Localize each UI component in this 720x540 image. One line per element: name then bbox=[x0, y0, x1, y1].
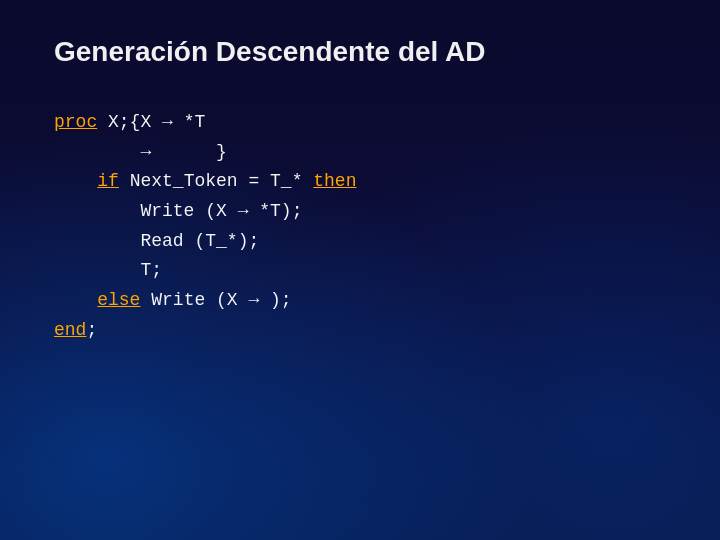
code-text: T; bbox=[54, 260, 162, 280]
keyword-if: if bbox=[97, 171, 119, 191]
code-line-1: proc X;{X → *T bbox=[54, 108, 666, 138]
code-block: proc X;{X → *T → } if Next_Token = T_* t… bbox=[54, 108, 666, 346]
keyword-end: end bbox=[54, 320, 86, 340]
main-content: Generación Descendente del AD proc X;{X … bbox=[0, 0, 720, 382]
code-line-7: else Write (X → ); bbox=[54, 286, 666, 316]
code-line-4: Write (X → *T); bbox=[54, 197, 666, 227]
code-line-6: T; bbox=[54, 256, 666, 286]
code-line-5: Read (T_*); bbox=[54, 227, 666, 257]
code-line-8: end; bbox=[54, 316, 666, 346]
code-line-3: if Next_Token = T_* then bbox=[54, 167, 666, 197]
code-text: Read (T_*); bbox=[54, 231, 259, 251]
code-text: ; bbox=[86, 320, 97, 340]
code-line-2: → } bbox=[54, 138, 666, 168]
keyword-else: else bbox=[97, 290, 140, 310]
code-text: → } bbox=[54, 142, 227, 162]
code-text: X;{X → *T bbox=[97, 112, 205, 132]
keyword-then: then bbox=[313, 171, 356, 191]
code-text: Next_Token = T_* bbox=[119, 171, 313, 191]
keyword-proc: proc bbox=[54, 112, 97, 132]
page-title: Generación Descendente del AD bbox=[54, 36, 666, 68]
code-text: Write (X → *T); bbox=[54, 201, 302, 221]
code-text: Write (X → ); bbox=[140, 290, 291, 310]
